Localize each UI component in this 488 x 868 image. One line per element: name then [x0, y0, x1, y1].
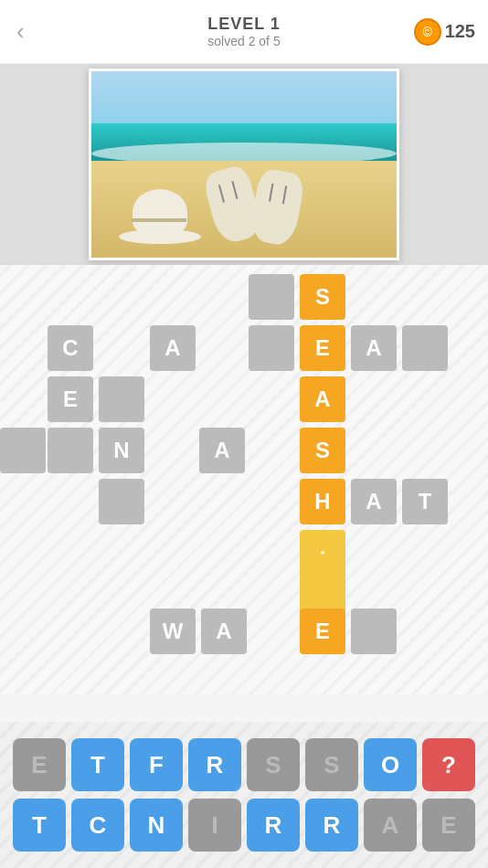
- cell-gray-r2c8[interactable]: [402, 325, 448, 371]
- cell-S-r1c6[interactable]: S: [300, 274, 345, 320]
- cell-E-bottom[interactable]: E: [300, 609, 345, 654]
- cell-E-vert[interactable]: E: [300, 325, 345, 371]
- hat-ribbon: [132, 218, 186, 222]
- level-label: LEVEL 1: [207, 15, 281, 34]
- cell-gray-r8c7[interactable]: [351, 609, 397, 654]
- crossword-section: S C A E A E A N A S H A T W A E: [0, 265, 488, 694]
- tile-question[interactable]: ?: [422, 738, 475, 791]
- cell-W[interactable]: W: [150, 609, 196, 654]
- cell-gray-r5c2[interactable]: [99, 479, 144, 524]
- solved-label: solved 2 of 5: [207, 34, 281, 48]
- tile-C[interactable]: C: [71, 799, 124, 852]
- tile-T[interactable]: T: [71, 738, 124, 791]
- cell-S-vert[interactable]: S: [300, 428, 345, 473]
- strap3: [269, 184, 273, 202]
- tile-E-gray[interactable]: E: [13, 738, 66, 791]
- tile-O[interactable]: O: [364, 738, 417, 791]
- tile-I-gray[interactable]: I: [188, 799, 241, 852]
- tiles-row-1: E T F R S S O ?: [13, 738, 475, 791]
- cell-A-vert[interactable]: A: [300, 376, 345, 422]
- strap4: [282, 185, 287, 204]
- cell-A3[interactable]: A: [199, 428, 245, 473]
- strap1: [218, 185, 225, 203]
- cell-gray-r3c2[interactable]: [99, 376, 144, 422]
- beach-image: [89, 69, 399, 260]
- cell-gray-r4c0[interactable]: [0, 428, 46, 473]
- cell-H-vert[interactable]: H: [300, 479, 345, 524]
- tile-T2[interactable]: T: [13, 799, 66, 852]
- tile-R[interactable]: R: [188, 738, 241, 791]
- tile-A-gray[interactable]: A: [364, 799, 417, 852]
- tiles-row-2: T C N I R R A E: [13, 799, 475, 852]
- tile-F[interactable]: F: [130, 738, 183, 791]
- back-button[interactable]: ‹: [16, 17, 25, 46]
- hat: [119, 189, 201, 244]
- hat-top: [133, 189, 187, 235]
- header-center: LEVEL 1 solved 2 of 5: [207, 15, 281, 48]
- coins-badge: © 125: [414, 18, 475, 46]
- crossword-grid: S C A E A E A N A S H A T W A E: [0, 265, 488, 694]
- hat-brim: [119, 229, 201, 244]
- cell-T[interactable]: T: [402, 479, 448, 524]
- tile-R1[interactable]: R: [247, 799, 300, 852]
- cell-C[interactable]: C: [48, 325, 93, 371]
- cell-yellow-empty: [300, 566, 345, 612]
- tile-R2[interactable]: R: [305, 799, 358, 852]
- coin-count: 125: [445, 21, 475, 42]
- tile-N[interactable]: N: [130, 799, 183, 852]
- tile-E2-gray[interactable]: E: [422, 799, 475, 852]
- header: ‹ LEVEL 1 solved 2 of 5 © 125: [0, 0, 488, 64]
- cell-gray-r2c5[interactable]: [249, 325, 294, 371]
- cell-A1[interactable]: A: [150, 325, 196, 371]
- cell-A5[interactable]: A: [201, 609, 247, 654]
- tile-S1-gray[interactable]: S: [247, 738, 300, 791]
- cell-E[interactable]: E: [48, 376, 93, 422]
- tiles-section: E T F R S S O ? T C N I R R A E: [0, 722, 488, 868]
- strap2: [231, 181, 238, 199]
- coin-icon: ©: [414, 18, 441, 46]
- cell-A4[interactable]: A: [351, 479, 397, 524]
- image-section: [0, 64, 488, 265]
- tile-S2-gray[interactable]: S: [305, 738, 358, 791]
- cell-gray-r4c1[interactable]: [48, 428, 93, 473]
- cell-N[interactable]: N: [99, 428, 144, 473]
- cell-empty-r1c5[interactable]: [249, 274, 294, 320]
- cell-A2[interactable]: A: [351, 325, 397, 371]
